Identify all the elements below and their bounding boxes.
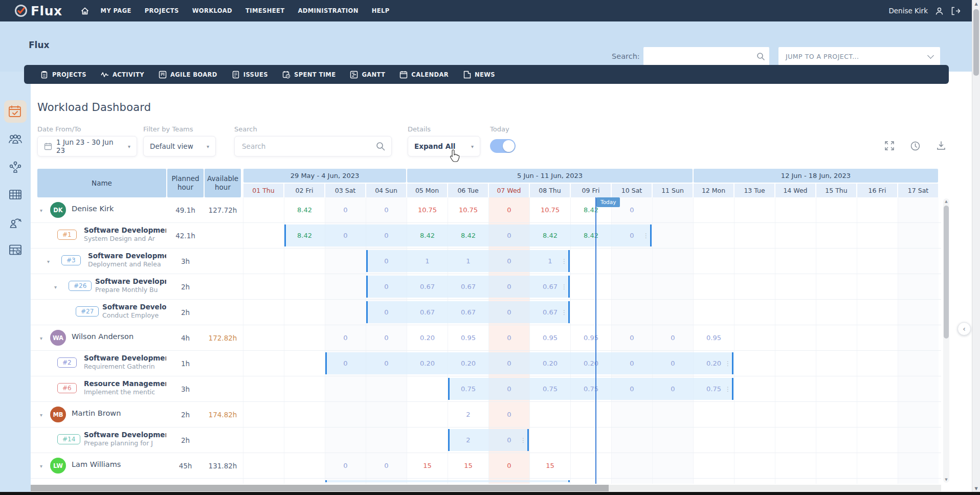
task-project: Software Developmen xyxy=(84,226,166,234)
scroll-down-icon[interactable]: ▼ xyxy=(972,486,980,491)
nav-item-help[interactable]: HELP xyxy=(372,7,390,14)
toolbar-item-activity[interactable]: ACTIVITY xyxy=(101,71,144,79)
collapse-row-icon[interactable]: ▾ xyxy=(54,284,57,289)
person-name[interactable]: Wilson Anderson xyxy=(72,332,133,341)
toolbar-item-issues[interactable]: ISSUES xyxy=(232,71,268,79)
available-hour-value: 172.82h xyxy=(205,325,241,350)
issue-badge[interactable]: #27 xyxy=(76,306,99,317)
sidebar-item-person-gauge[interactable] xyxy=(4,211,27,233)
person-name[interactable]: Denise Kirk xyxy=(72,205,114,213)
nav-item-workload[interactable]: WORKLOAD xyxy=(192,7,232,14)
today-toggle[interactable] xyxy=(490,139,516,153)
task-title-block[interactable]: Software DevelopmenPrepare planning for … xyxy=(84,431,166,447)
task-title-block[interactable]: Resource ManagemenImplement the mentic xyxy=(84,379,166,396)
cell-value: 0 xyxy=(507,436,511,444)
grid-vertical-scrollbar[interactable]: ▲ ▼ xyxy=(943,198,949,483)
date-range-picker[interactable]: 1 Jun 23 - 30 Jun 23 ▾ xyxy=(37,136,137,156)
jump-to-project-select[interactable]: JUMP TO A PROJECT... xyxy=(778,47,940,65)
nav-item-administration[interactable]: ADMINISTRATION xyxy=(298,7,358,14)
sidebar-item-table-gear[interactable] xyxy=(4,238,27,261)
cell-value: 0.67 xyxy=(420,283,435,290)
nav-item-timesheet[interactable]: TIMESHEET xyxy=(246,7,285,14)
fullscreen-icon[interactable] xyxy=(885,141,894,151)
bar-menu-icon[interactable]: ⋮ xyxy=(725,360,731,367)
search-icon[interactable] xyxy=(756,52,765,61)
collapse-row-icon[interactable]: ▾ xyxy=(40,463,42,468)
grid-cell xyxy=(857,223,898,248)
cell-value: 1 xyxy=(466,257,470,265)
sidebar-item-table-grid[interactable] xyxy=(4,183,27,206)
task-title-block[interactable]: Software DevelopmenRequirement Gatherin xyxy=(84,354,166,370)
nav-item-my-page[interactable]: MY PAGE xyxy=(101,7,131,14)
left-sidebar xyxy=(0,72,31,492)
brand-name: Flux xyxy=(31,4,62,18)
issue-badge[interactable]: #14 xyxy=(57,434,80,444)
task-title-block[interactable]: Software DevelopmenDeployment and Relea xyxy=(88,252,166,268)
toolbar-item-projects[interactable]: PROJECTS xyxy=(40,71,86,79)
issue-badge[interactable]: #26 xyxy=(69,281,92,291)
collapse-panel-button[interactable]: ‹ xyxy=(957,322,971,335)
scroll-up-icon[interactable]: ▲ xyxy=(972,2,980,6)
window-scrollbar-thumb[interactable] xyxy=(973,9,979,76)
scroll-down-icon[interactable]: ▼ xyxy=(943,478,949,482)
avatar: DK xyxy=(50,202,66,218)
bar-menu-icon[interactable]: ⋮ xyxy=(561,283,567,290)
teams-filter-select[interactable]: Default view ▾ xyxy=(143,136,216,156)
issue-badge[interactable]: #2 xyxy=(57,357,77,368)
sidebar-item-workload-calendar[interactable] xyxy=(4,100,27,123)
global-search-input[interactable] xyxy=(648,52,756,61)
toolbar-item-news[interactable]: NEWS xyxy=(463,71,495,79)
global-search-box[interactable] xyxy=(643,47,769,65)
grid-horizontal-thumb[interactable] xyxy=(31,485,609,491)
issue-badge[interactable]: #3 xyxy=(61,255,81,265)
sidebar-item-teams[interactable] xyxy=(4,128,27,150)
user-account-icon[interactable] xyxy=(935,7,944,15)
home-icon[interactable] xyxy=(81,7,89,15)
collapse-row-icon[interactable]: ▾ xyxy=(40,412,42,417)
top-navbar: Flux MY PAGEPROJECTSWORKLOADTIMESHEETADM… xyxy=(0,0,972,21)
toolbar-item-agile-board[interactable]: AGILE BOARD xyxy=(159,71,217,79)
allocation-bar[interactable]: ⋮ xyxy=(448,429,529,451)
module-toolbar: PROJECTSACTIVITYAGILE BOARDISSUESSPENT T… xyxy=(24,65,949,84)
toolbar-item-calendar[interactable]: CALENDAR xyxy=(399,71,449,79)
details-select[interactable]: Expand All ▾ xyxy=(408,136,480,156)
person-name[interactable]: Lam Williams xyxy=(72,460,121,468)
scroll-up-icon[interactable]: ▲ xyxy=(943,199,949,204)
planned-hour-value: 4h xyxy=(167,325,204,350)
day-header-14-wed: 14 Wed xyxy=(775,184,815,197)
grid-scrollbar-thumb[interactable] xyxy=(944,206,949,339)
logout-icon[interactable] xyxy=(951,7,961,15)
flux-logo[interactable]: Flux xyxy=(14,4,62,18)
user-name[interactable]: Denise Kirk xyxy=(888,7,928,15)
person-name[interactable]: Martin Brown xyxy=(72,409,121,417)
nav-item-projects[interactable]: PROJECTS xyxy=(145,7,179,14)
collapse-row-icon[interactable]: ▾ xyxy=(40,335,42,341)
task-title-block[interactable]: Software DevelopmPrepare Monthly Bu xyxy=(95,277,166,294)
window-scrollbar[interactable]: ▲ ▼ xyxy=(972,0,980,495)
download-icon[interactable] xyxy=(937,141,946,151)
task-title-block[interactable]: Software DevelopConduct Employe xyxy=(102,303,166,319)
grid-cell xyxy=(284,274,325,299)
bar-menu-icon[interactable]: ⋮ xyxy=(520,437,526,444)
issue-badge[interactable]: #6 xyxy=(57,383,77,393)
allocation-bar[interactable] xyxy=(325,480,570,482)
grid-cell xyxy=(857,197,898,222)
bar-menu-icon[interactable]: ⋮ xyxy=(561,258,567,265)
history-clock-icon[interactable] xyxy=(910,141,920,151)
task-title-block[interactable]: Software DevelopmenSystem Design and Ar xyxy=(84,226,166,242)
bar-menu-icon[interactable]: ⋮ xyxy=(561,309,567,316)
sidebar-item-org-network[interactable] xyxy=(4,155,27,178)
grid-horizontal-scrollbar[interactable] xyxy=(31,485,941,491)
bar-menu-icon[interactable]: ⋮ xyxy=(643,232,649,239)
table-search-input[interactable] xyxy=(241,142,376,151)
bar-menu-icon[interactable]: ⋮ xyxy=(725,386,731,393)
issue-badge[interactable]: #1 xyxy=(57,230,77,240)
today-toggle-knob xyxy=(503,140,515,152)
toolbar-item-spent-time[interactable]: SPENT TIME xyxy=(282,71,336,79)
collapse-row-icon[interactable]: ▾ xyxy=(40,207,42,213)
toolbar-item-gantt[interactable]: GANTT xyxy=(350,71,385,79)
table-search-box[interactable] xyxy=(234,136,392,156)
grid-cell xyxy=(734,428,775,453)
search-icon[interactable] xyxy=(376,142,385,151)
collapse-row-icon[interactable]: ▾ xyxy=(47,258,50,264)
